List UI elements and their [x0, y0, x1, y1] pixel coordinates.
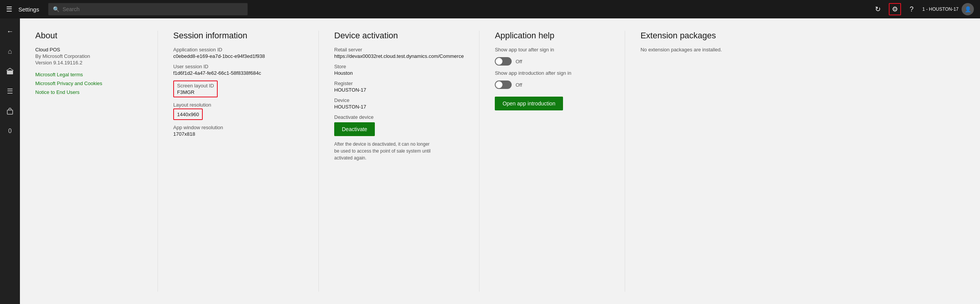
- app-name: Cloud POS: [35, 47, 142, 53]
- device-section: Device activation Retail server https://…: [334, 31, 479, 292]
- device-value: HOUSTON-17: [334, 104, 464, 110]
- intro-toggle[interactable]: [495, 81, 512, 89]
- retail-server-value: https://devax00032ret.cloud.test.dynamic…: [334, 53, 464, 59]
- tour-toggle-container: Off: [495, 57, 609, 66]
- notice-link[interactable]: Notice to End Users: [35, 89, 142, 95]
- deactivate-button[interactable]: Deactivate: [334, 122, 375, 136]
- corporation: By Microsoft Corporation: [35, 53, 142, 59]
- help-icon: ?: [910, 5, 914, 13]
- user-session-label: User session ID: [173, 64, 303, 69]
- main-content: About Cloud POS By Microsoft Corporation…: [20, 18, 980, 304]
- register-label: Register: [334, 81, 464, 86]
- register-value: HOUSTON-17: [334, 87, 464, 93]
- username-label: 1 - HOUSTON-17: [923, 7, 959, 12]
- store-value: Houston: [334, 70, 464, 76]
- screen-layout-label: Screen layout ID: [177, 83, 214, 89]
- extension-message: No extension packages are installed.: [640, 47, 965, 53]
- extension-section: Extension packages No extension packages…: [640, 31, 965, 292]
- main-layout: ← ⌂ ☰ 0 About Cloud POS By Microsoft Cor…: [0, 0, 980, 304]
- device-title: Device activation: [334, 31, 464, 41]
- user-info: 1 - HOUSTON-17 👤: [923, 3, 974, 15]
- topbar: ☰ Settings 🔍 ↻ ⚙ ? 1 - HOUSTON-17 👤: [0, 0, 980, 18]
- gear-icon: ⚙: [892, 5, 898, 13]
- privacy-link[interactable]: Microsoft Privacy and Cookies: [35, 81, 142, 86]
- sidebar: ← ⌂ ☰ 0: [0, 18, 20, 304]
- about-section: About Cloud POS By Microsoft Corporation…: [35, 31, 158, 292]
- tour-toggle[interactable]: [495, 57, 512, 66]
- settings-button[interactable]: ⚙: [889, 3, 901, 15]
- search-icon: 🔍: [53, 6, 59, 12]
- user-session-value: f1d6f1d2-4a47-fe62-66c1-58f8338f684c: [173, 70, 303, 76]
- screen-layout-box: Screen layout ID F3MGR: [173, 81, 218, 97]
- open-intro-button[interactable]: Open app introduction: [495, 97, 563, 110]
- show-tour-label: Show app tour after sign in: [495, 47, 609, 53]
- search-input[interactable]: [62, 6, 243, 12]
- app-help-title: Application help: [495, 31, 609, 41]
- sidebar-home-button[interactable]: ⌂: [0, 41, 20, 61]
- hamburger-icon[interactable]: ☰: [6, 5, 12, 13]
- intro-toggle-container: Off: [495, 81, 609, 89]
- app-session-value: c0ebedd8-e169-ea7d-1bcc-e94f3ed1f938: [173, 53, 303, 59]
- deactivate-note: After the device is deactivated, it can …: [334, 141, 434, 161]
- app-window-label: App window resolution: [173, 125, 303, 130]
- session-section: Session information Application session …: [173, 31, 319, 292]
- sidebar-zero-item[interactable]: 0: [0, 121, 20, 141]
- show-intro-label: Show app introduction after sign in: [495, 70, 609, 76]
- sidebar-list-button[interactable]: ☰: [0, 81, 20, 101]
- sidebar-back-button[interactable]: ←: [0, 21, 20, 41]
- intro-toggle-label: Off: [515, 82, 522, 88]
- layout-resolution-label: Layout resolution: [173, 102, 303, 108]
- app-session-label: Application session ID: [173, 47, 303, 53]
- tour-toggle-label: Off: [515, 59, 522, 64]
- sidebar-store-button[interactable]: [0, 61, 20, 81]
- refresh-icon: ↻: [875, 5, 881, 13]
- svg-rect-1: [7, 110, 13, 114]
- intro-row: Show app introduction after sign in Off: [495, 70, 609, 89]
- store-label: Store: [334, 64, 464, 69]
- search-bar[interactable]: 🔍: [48, 3, 248, 15]
- app-help-section: Application help Show app tour after sig…: [495, 31, 625, 292]
- deactivate-device-label: Deactivate device: [334, 114, 464, 120]
- legal-terms-link[interactable]: Microsoft Legal terms: [35, 72, 142, 77]
- avatar[interactable]: 👤: [962, 3, 974, 15]
- sidebar-bag-button[interactable]: [0, 101, 20, 121]
- about-title: About: [35, 31, 142, 41]
- extension-title: Extension packages: [640, 31, 965, 41]
- app-title: Settings: [18, 6, 39, 13]
- device-label: Device: [334, 97, 464, 103]
- tour-row: Show app tour after sign in Off: [495, 47, 609, 66]
- layout-resolution-value: 1440x960: [177, 112, 199, 117]
- layout-resolution-box: 1440x960: [173, 108, 203, 120]
- topbar-right: ↻ ⚙ ? 1 - HOUSTON-17 👤: [872, 3, 974, 15]
- refresh-button[interactable]: ↻: [872, 3, 884, 15]
- app-window-value: 1707x818: [173, 131, 303, 137]
- version: Version 9.14.19116.2: [35, 60, 142, 66]
- retail-server-label: Retail server: [334, 47, 464, 53]
- help-button[interactable]: ?: [906, 3, 918, 15]
- session-title: Session information: [173, 31, 303, 41]
- screen-layout-value: F3MGR: [177, 89, 214, 95]
- svg-rect-0: [7, 71, 13, 74]
